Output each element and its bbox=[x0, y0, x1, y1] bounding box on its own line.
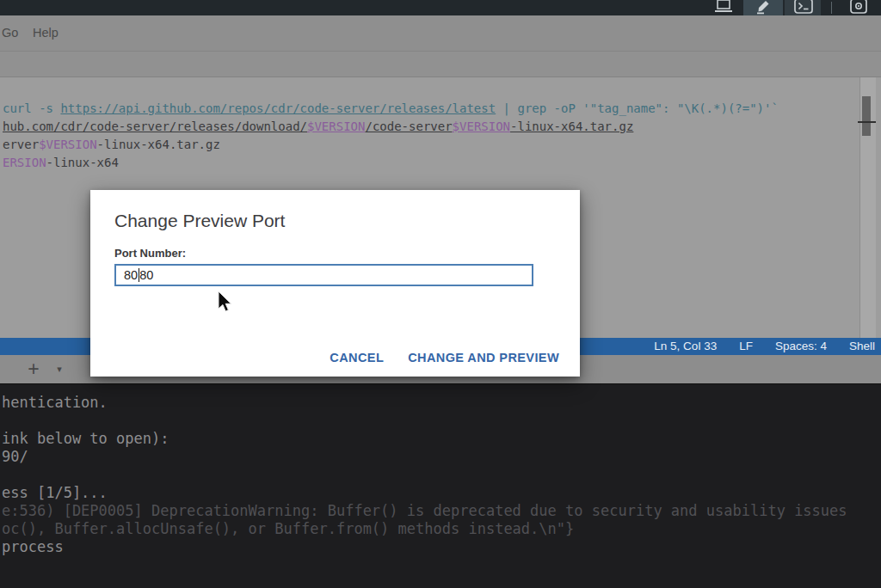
open-editor-icon[interactable] bbox=[754, 0, 773, 15]
change-preview-port-dialog: Change Preview Port Port Number: 8080 CA… bbox=[90, 190, 580, 377]
terminal-line: hentication. bbox=[2, 394, 847, 412]
terminal-line: ink below to open): bbox=[2, 430, 847, 448]
terminal-line bbox=[2, 412, 847, 430]
terminal-output: hentication. ink below to open):90/ ess … bbox=[2, 394, 847, 556]
devices-icon[interactable] bbox=[714, 0, 733, 15]
editor-overview-cursor-marker bbox=[858, 121, 876, 123]
code-line: erver$VERSION-linux-x64.tar.gz bbox=[3, 136, 779, 154]
editor-scrollbar-thumb[interactable] bbox=[862, 96, 871, 136]
terminal-line: 90/ bbox=[2, 448, 847, 466]
editor-tab-strip bbox=[0, 52, 881, 77]
code-line: curl -s https://api.github.com/repos/cdr… bbox=[3, 100, 779, 118]
terminal-panel[interactable]: hentication. ink below to open):90/ ess … bbox=[0, 383, 881, 588]
port-number-input[interactable]: 8080 bbox=[114, 264, 533, 286]
dialog-title: Change Preview Port bbox=[114, 211, 285, 231]
code-line: hub.com/cdr/code-server/releases/downloa… bbox=[3, 118, 779, 136]
terminal-line: e:536) [DEP0005] DeprecationWarning: Buf… bbox=[2, 502, 847, 520]
cloud-shell-editor-screen: Go Help curl -s https://api.github.com/r… bbox=[0, 0, 881, 588]
topbar-divider bbox=[831, 2, 832, 14]
input-text-before-caret: 80 bbox=[124, 268, 138, 282]
code-lines: curl -s https://api.github.com/repos/cdr… bbox=[3, 100, 779, 172]
new-terminal-button[interactable]: + bbox=[24, 358, 43, 380]
terminal-line: process bbox=[2, 538, 847, 556]
topbar bbox=[0, 0, 881, 15]
web-preview-icon[interactable] bbox=[848, 0, 869, 15]
terminal-line bbox=[2, 466, 847, 484]
menubar: Go Help bbox=[0, 15, 881, 52]
code-line: ERSION-linux-x64 bbox=[3, 154, 779, 172]
change-and-preview-button[interactable]: CHANGE AND PREVIEW bbox=[408, 351, 559, 364]
port-number-label: Port Number: bbox=[114, 247, 186, 260]
status-cursor-position[interactable]: Ln 5, Col 33 bbox=[654, 340, 717, 352]
status-indentation[interactable]: Spaces: 4 bbox=[775, 340, 827, 352]
terminal-line: oc(), Buffer.allocUnsafe(), or Buffer.fr… bbox=[2, 520, 847, 538]
terminal-line: ess [1/5]... bbox=[2, 484, 847, 502]
cancel-button[interactable]: CANCEL bbox=[330, 351, 384, 364]
terminal-dropdown-icon[interactable]: ▾ bbox=[52, 360, 66, 377]
open-terminal-icon[interactable] bbox=[793, 0, 814, 15]
menu-go[interactable]: Go bbox=[2, 26, 18, 40]
status-eol-indicator[interactable]: LF bbox=[739, 340, 753, 352]
input-text-after-caret: 80 bbox=[139, 268, 153, 282]
status-language-mode[interactable]: Shell bbox=[849, 340, 875, 352]
menu-help[interactable]: Help bbox=[33, 26, 59, 40]
